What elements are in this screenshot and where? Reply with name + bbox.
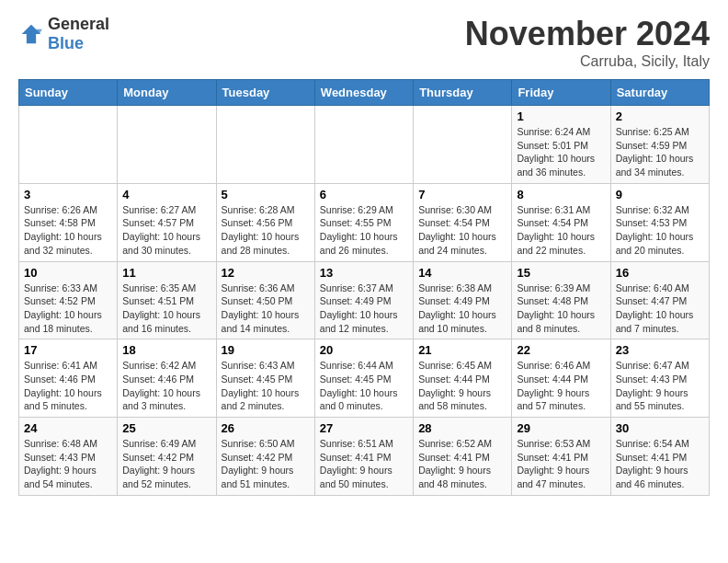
calendar-cell: 25Sunrise: 6:49 AM Sunset: 4:42 PM Dayli… <box>118 418 216 496</box>
cell-day-number: 16 <box>616 266 704 280</box>
calendar-cell: 21Sunrise: 6:45 AM Sunset: 4:44 PM Dayli… <box>414 339 512 418</box>
calendar-cell: 30Sunrise: 6:54 AM Sunset: 4:41 PM Dayli… <box>610 418 709 496</box>
cell-day-number: 22 <box>517 343 605 357</box>
cell-info: Sunrise: 6:39 AM Sunset: 4:48 PM Dayligh… <box>517 282 605 336</box>
calendar-body: 1Sunrise: 6:24 AM Sunset: 5:01 PM Daylig… <box>19 106 710 496</box>
calendar-cell <box>216 106 314 184</box>
cell-info: Sunrise: 6:31 AM Sunset: 4:54 PM Dayligh… <box>517 203 605 258</box>
cell-day-number: 30 <box>616 421 704 435</box>
cell-info: Sunrise: 6:25 AM Sunset: 4:59 PM Dayligh… <box>616 125 704 179</box>
header: General Blue November 2024 Carruba, Sici… <box>18 15 710 70</box>
week-row-3: 17Sunrise: 6:41 AM Sunset: 4:46 PM Dayli… <box>19 339 710 418</box>
logo-text: General Blue <box>48 15 109 53</box>
calendar-cell: 23Sunrise: 6:47 AM Sunset: 4:43 PM Dayli… <box>610 339 709 418</box>
cell-day-number: 6 <box>320 188 408 201</box>
calendar-cell: 29Sunrise: 6:53 AM Sunset: 4:41 PM Dayli… <box>512 418 610 496</box>
cell-info: Sunrise: 6:42 AM Sunset: 4:46 PM Dayligh… <box>122 359 210 413</box>
day-header-tuesday: Tuesday <box>216 80 314 106</box>
cell-info: Sunrise: 6:52 AM Sunset: 4:41 PM Dayligh… <box>418 437 506 491</box>
cell-day-number: 1 <box>517 109 605 123</box>
cell-info: Sunrise: 6:40 AM Sunset: 4:47 PM Dayligh… <box>616 282 704 336</box>
cell-info: Sunrise: 6:41 AM Sunset: 4:46 PM Dayligh… <box>24 359 112 413</box>
subtitle: Carruba, Sicily, Italy <box>465 53 710 70</box>
cell-day-number: 2 <box>616 109 704 123</box>
cell-info: Sunrise: 6:24 AM Sunset: 5:01 PM Dayligh… <box>517 125 605 179</box>
cell-info: Sunrise: 6:36 AM Sunset: 4:50 PM Dayligh… <box>222 282 310 336</box>
calendar-cell: 3Sunrise: 6:26 AM Sunset: 4:58 PM Daylig… <box>19 183 118 261</box>
cell-day-number: 3 <box>24 188 112 201</box>
calendar-cell: 20Sunrise: 6:44 AM Sunset: 4:45 PM Dayli… <box>314 339 413 418</box>
cell-info: Sunrise: 6:45 AM Sunset: 4:44 PM Dayligh… <box>418 359 506 413</box>
calendar-cell: 5Sunrise: 6:28 AM Sunset: 4:56 PM Daylig… <box>216 183 314 261</box>
day-header-monday: Monday <box>118 80 216 106</box>
cell-day-number: 11 <box>122 266 210 280</box>
cell-day-number: 7 <box>418 188 506 201</box>
cell-day-number: 29 <box>517 421 605 435</box>
logo-general: General <box>48 15 109 33</box>
cell-day-number: 14 <box>418 266 506 280</box>
cell-day-number: 15 <box>517 266 605 280</box>
cell-day-number: 20 <box>320 343 408 357</box>
week-row-0: 1Sunrise: 6:24 AM Sunset: 5:01 PM Daylig… <box>19 106 710 184</box>
calendar-cell: 28Sunrise: 6:52 AM Sunset: 4:41 PM Dayli… <box>414 418 512 496</box>
logo: General Blue <box>18 15 109 53</box>
cell-day-number: 28 <box>418 421 506 435</box>
calendar-cell: 4Sunrise: 6:27 AM Sunset: 4:57 PM Daylig… <box>118 183 216 261</box>
page: General Blue November 2024 Carruba, Sici… <box>0 0 728 511</box>
cell-info: Sunrise: 6:48 AM Sunset: 4:43 PM Dayligh… <box>24 437 112 491</box>
cell-day-number: 25 <box>122 421 210 435</box>
cell-day-number: 8 <box>517 188 605 201</box>
calendar-cell: 17Sunrise: 6:41 AM Sunset: 4:46 PM Dayli… <box>19 339 118 418</box>
calendar-cell: 1Sunrise: 6:24 AM Sunset: 5:01 PM Daylig… <box>512 106 610 184</box>
cell-info: Sunrise: 6:51 AM Sunset: 4:41 PM Dayligh… <box>320 437 408 491</box>
calendar-cell: 10Sunrise: 6:33 AM Sunset: 4:52 PM Dayli… <box>19 261 118 339</box>
calendar-cell: 2Sunrise: 6:25 AM Sunset: 4:59 PM Daylig… <box>610 106 709 184</box>
cell-day-number: 9 <box>616 188 704 201</box>
cell-day-number: 18 <box>122 343 210 357</box>
cell-info: Sunrise: 6:30 AM Sunset: 4:54 PM Dayligh… <box>418 203 506 258</box>
cell-info: Sunrise: 6:50 AM Sunset: 4:42 PM Dayligh… <box>222 437 310 491</box>
calendar-cell <box>414 106 512 184</box>
month-title: November 2024 <box>465 15 710 53</box>
cell-day-number: 26 <box>222 421 310 435</box>
calendar-cell: 6Sunrise: 6:29 AM Sunset: 4:55 PM Daylig… <box>314 183 413 261</box>
cell-info: Sunrise: 6:54 AM Sunset: 4:41 PM Dayligh… <box>616 437 704 491</box>
cell-info: Sunrise: 6:46 AM Sunset: 4:44 PM Dayligh… <box>517 359 605 413</box>
cell-info: Sunrise: 6:47 AM Sunset: 4:43 PM Dayligh… <box>616 359 704 413</box>
day-header-saturday: Saturday <box>610 80 709 106</box>
cell-info: Sunrise: 6:53 AM Sunset: 4:41 PM Dayligh… <box>517 437 605 491</box>
cell-info: Sunrise: 6:32 AM Sunset: 4:53 PM Dayligh… <box>616 203 704 258</box>
calendar-cell: 18Sunrise: 6:42 AM Sunset: 4:46 PM Dayli… <box>118 339 216 418</box>
cell-day-number: 27 <box>320 421 408 435</box>
calendar-cell: 12Sunrise: 6:36 AM Sunset: 4:50 PM Dayli… <box>216 261 314 339</box>
day-header-friday: Friday <box>512 80 610 106</box>
cell-info: Sunrise: 6:37 AM Sunset: 4:49 PM Dayligh… <box>320 282 408 336</box>
cell-info: Sunrise: 6:33 AM Sunset: 4:52 PM Dayligh… <box>24 282 112 336</box>
cell-day-number: 21 <box>418 343 506 357</box>
calendar-table: SundayMondayTuesdayWednesdayThursdayFrid… <box>18 79 710 496</box>
calendar-cell <box>314 106 413 184</box>
calendar-cell <box>118 106 216 184</box>
cell-info: Sunrise: 6:44 AM Sunset: 4:45 PM Dayligh… <box>320 359 408 413</box>
cell-day-number: 17 <box>24 343 112 357</box>
calendar-cell: 14Sunrise: 6:38 AM Sunset: 4:49 PM Dayli… <box>414 261 512 339</box>
cell-info: Sunrise: 6:35 AM Sunset: 4:51 PM Dayligh… <box>122 282 210 336</box>
cell-info: Sunrise: 6:28 AM Sunset: 4:56 PM Dayligh… <box>222 203 310 258</box>
cell-day-number: 19 <box>222 343 310 357</box>
header-row: SundayMondayTuesdayWednesdayThursdayFrid… <box>19 80 710 106</box>
logo-icon <box>18 23 44 45</box>
cell-day-number: 4 <box>122 188 210 201</box>
calendar-header: SundayMondayTuesdayWednesdayThursdayFrid… <box>19 80 710 106</box>
cell-day-number: 12 <box>222 266 310 280</box>
logo-blue: Blue <box>48 34 84 52</box>
cell-info: Sunrise: 6:43 AM Sunset: 4:45 PM Dayligh… <box>222 359 310 413</box>
cell-info: Sunrise: 6:38 AM Sunset: 4:49 PM Dayligh… <box>418 282 506 336</box>
svg-marker-0 <box>22 25 41 44</box>
cell-day-number: 24 <box>24 421 112 435</box>
cell-day-number: 13 <box>320 266 408 280</box>
calendar-cell: 15Sunrise: 6:39 AM Sunset: 4:48 PM Dayli… <box>512 261 610 339</box>
day-header-sunday: Sunday <box>19 80 118 106</box>
cell-info: Sunrise: 6:27 AM Sunset: 4:57 PM Dayligh… <box>122 203 210 258</box>
cell-day-number: 5 <box>222 188 310 201</box>
calendar-cell: 8Sunrise: 6:31 AM Sunset: 4:54 PM Daylig… <box>512 183 610 261</box>
